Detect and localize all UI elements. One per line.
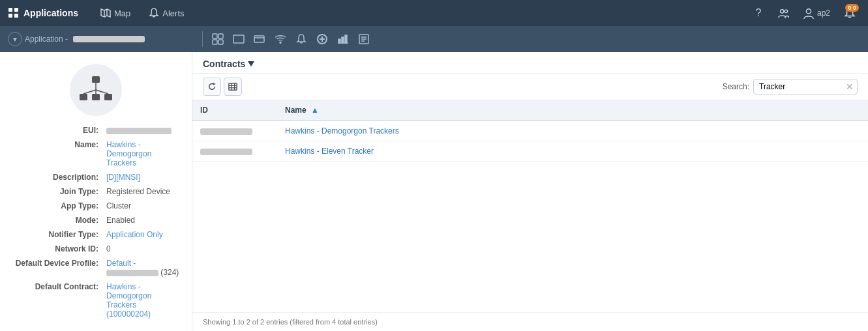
search-input[interactable]	[753, 79, 858, 94]
help-button[interactable]: ?	[748, 3, 769, 23]
svg-rect-29	[92, 76, 100, 83]
tool-add-button[interactable]	[312, 29, 332, 49]
rect1-icon	[233, 35, 245, 44]
contracts-data-table: ID Name ▲ Hawkins - Demogorgon TrackersH…	[192, 100, 868, 162]
app-type-label: App Type:	[8, 199, 102, 212]
svg-rect-24	[345, 35, 347, 43]
name-label: Name:	[8, 138, 102, 169]
join-type-value: Registered Device	[104, 185, 184, 198]
search-input-wrap: ✕	[753, 79, 858, 94]
user-icon	[803, 7, 815, 19]
notification-badge: 0 0	[845, 4, 859, 12]
svg-rect-22	[338, 39, 340, 43]
app-type-value: Cluster	[104, 199, 184, 212]
tool-rect2-button[interactable]	[250, 29, 269, 49]
eui-value	[104, 124, 184, 137]
device-profile-count: (324)	[160, 268, 179, 277]
list-icon	[359, 34, 369, 44]
default-contract-row: Default Contract: Hawkins - Demogorgon T…	[8, 280, 184, 321]
svg-point-17	[280, 42, 281, 43]
columns-button[interactable]	[224, 78, 242, 96]
wifi-icon	[275, 35, 286, 44]
svg-point-8	[785, 10, 788, 12]
plus-icon	[317, 34, 327, 44]
device-profile-text: Default -	[106, 259, 136, 268]
table-header-row: ID Name ▲	[192, 100, 868, 121]
svg-rect-15	[254, 36, 264, 42]
network-id-row: Network ID: 0	[8, 242, 184, 255]
nav-right-group: ? ap2 0 0	[748, 3, 860, 23]
description-label: Description:	[8, 171, 102, 184]
nav-map[interactable]: Map	[91, 0, 140, 26]
table-footer: Showing 1 to 2 of 2 entries (filtered fr…	[192, 312, 868, 331]
network-id-label: Network ID:	[8, 242, 102, 255]
col-id[interactable]: ID	[192, 100, 277, 121]
nav-alerts[interactable]: Alerts	[140, 0, 193, 26]
svg-rect-31	[92, 94, 100, 100]
mode-value: Enabled	[104, 214, 184, 227]
name-value[interactable]: Hawkins - Demogorgon Trackers	[104, 138, 184, 169]
svg-rect-38	[229, 83, 237, 91]
network-device-icon	[78, 76, 113, 104]
rect2-icon	[254, 35, 265, 44]
row-id-cell	[192, 141, 277, 162]
user-menu[interactable]: ap2	[798, 7, 835, 19]
refresh-button[interactable]	[203, 78, 221, 96]
device-icon-area	[0, 52, 192, 122]
row-name-cell: Hawkins - Eleven Tracker	[277, 141, 868, 162]
notifier-type-value[interactable]: Application Only	[104, 228, 184, 241]
nav-alerts-label: Alerts	[162, 8, 184, 18]
refresh-icon	[207, 82, 217, 91]
search-label: Search:	[723, 82, 749, 91]
col-name-label: Name	[285, 106, 307, 115]
row-id-redacted	[200, 128, 252, 135]
contracts-header: Contracts	[192, 52, 868, 74]
tool-dashboard-button[interactable]	[208, 29, 228, 49]
tool-rect1-button[interactable]	[229, 29, 248, 49]
svg-rect-14	[233, 35, 244, 43]
breadcrumb-expand-button[interactable]: ▼	[8, 32, 22, 46]
notifications-button[interactable]: 0 0	[839, 3, 860, 23]
svg-point-9	[806, 9, 811, 14]
toolbar: ▼ Application -	[0, 26, 868, 52]
device-detail-panel: EUI: Name: Hawkins - Demogorgon Trackers…	[0, 52, 192, 331]
default-contract-label: Default Contract:	[8, 280, 102, 321]
svg-rect-13	[218, 40, 223, 44]
svg-marker-4	[101, 9, 110, 17]
tool-list-button[interactable]	[354, 29, 374, 49]
app-title: Applications	[23, 8, 78, 18]
app-breadcrumb: ▼ Application -	[8, 32, 197, 46]
contract-link[interactable]: Hawkins - Demogorgon Trackers	[285, 126, 399, 136]
device-profile-id-redacted	[106, 270, 158, 276]
default-contract-value[interactable]: Hawkins - Demogorgon Trackers (100000204…	[104, 280, 184, 321]
tool-bell-button[interactable]	[292, 29, 311, 49]
description-value[interactable]: [D][MNSI]	[104, 171, 184, 184]
eui-row: EUI:	[8, 124, 184, 137]
contracts-toolbar: Search: ✕	[192, 74, 868, 100]
bell-icon	[149, 8, 159, 18]
breadcrumb-prefix: Application -	[25, 35, 68, 44]
sort-arrow-icon: ▲	[311, 106, 319, 115]
users-button[interactable]	[773, 3, 794, 23]
dashboard-icon	[212, 33, 224, 45]
svg-rect-32	[104, 94, 112, 100]
user-name: ap2	[817, 8, 830, 18]
tool-wifi-button[interactable]	[271, 29, 290, 49]
svg-point-7	[780, 10, 783, 13]
col-name[interactable]: Name ▲	[277, 100, 868, 121]
main-layout: EUI: Name: Hawkins - Demogorgon Trackers…	[0, 52, 868, 331]
search-clear-button[interactable]: ✕	[846, 81, 854, 92]
svg-rect-0	[8, 8, 12, 12]
contract-link[interactable]: Hawkins - Eleven Tracker	[285, 147, 374, 156]
app-logo[interactable]: Applications	[8, 7, 78, 19]
default-device-profile-value: Default - (324)	[104, 257, 184, 279]
device-info-table: EUI: Name: Hawkins - Demogorgon Trackers…	[0, 122, 192, 322]
svg-marker-37	[248, 61, 254, 66]
col-id-label: ID	[200, 106, 208, 115]
contracts-title-button[interactable]: Contracts	[203, 59, 254, 69]
svg-rect-1	[14, 8, 18, 12]
tool-chart-button[interactable]	[333, 29, 353, 49]
columns-icon	[228, 82, 237, 91]
contracts-table-container: ID Name ▲ Hawkins - Demogorgon TrackersH…	[192, 100, 868, 312]
notifier-type-label: Notifier Type:	[8, 228, 102, 241]
